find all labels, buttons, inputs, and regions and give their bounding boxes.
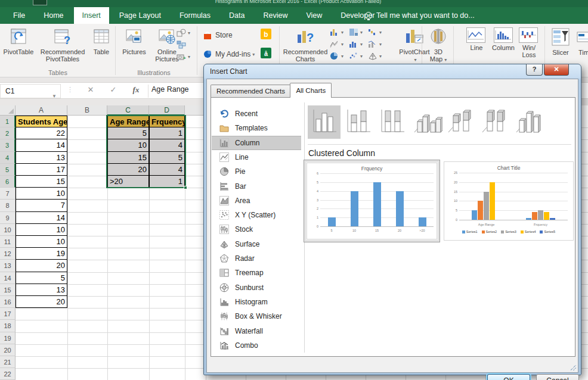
subtype-3d-clustered-column[interactable]: [410, 105, 442, 139]
cell-A2[interactable]: 22: [16, 127, 67, 139]
insert-waterfall-chart-button[interactable]: ▾: [368, 27, 385, 38]
my-addins-button[interactable]: My Add-ins▾: [203, 49, 255, 60]
formula-input[interactable]: Age Range: [151, 85, 189, 94]
dialog-help-button[interactable]: ?: [526, 64, 543, 76]
cell-A12[interactable]: 19: [16, 248, 67, 260]
row-header-15[interactable]: 15: [0, 284, 16, 296]
cell-C5[interactable]: 20: [107, 164, 149, 176]
cell-C1[interactable]: Age Range: [107, 116, 149, 127]
3d-map-button[interactable]: 3DMap▾: [425, 26, 452, 64]
smartart-button[interactable]: [177, 39, 193, 50]
cell-D6[interactable]: 1: [149, 176, 185, 188]
fill-handle[interactable]: [184, 186, 187, 189]
name-box[interactable]: C1▼: [0, 84, 61, 98]
chart-category-waterfall[interactable]: Waterfall: [212, 324, 301, 338]
subtype-3d-column[interactable]: [512, 105, 544, 139]
ribbon-tab-insert[interactable]: Insert: [74, 7, 109, 24]
cell-A14[interactable]: 5: [16, 272, 67, 284]
row-header-20[interactable]: 20: [0, 344, 16, 356]
row-header-4[interactable]: 4: [0, 152, 16, 164]
dialog-close-button[interactable]: ✕: [544, 64, 569, 76]
subtype-100-stacked-column[interactable]: [376, 105, 408, 139]
cell-D4[interactable]: 5: [149, 152, 185, 164]
cell-D3[interactable]: 4: [149, 139, 185, 151]
row-header-18[interactable]: 18: [0, 320, 16, 332]
sparkline-column-button[interactable]: Column: [490, 27, 516, 51]
row-header-13[interactable]: 13: [0, 260, 16, 272]
ribbon-tab-page-layout[interactable]: Page Layout: [111, 7, 169, 24]
cell-A7[interactable]: 10: [16, 188, 67, 200]
chart-category-x-y-scatter-[interactable]: X Y (Scatter): [212, 208, 301, 222]
chart-category-line[interactable]: Line: [212, 150, 301, 164]
cell-A6[interactable]: 15: [16, 176, 67, 188]
chart-category-bar[interactable]: Bar: [212, 179, 301, 194]
cell-A8[interactable]: 7: [16, 200, 67, 211]
chart-category-stock[interactable]: Stock: [212, 222, 301, 236]
cancel-entry-icon[interactable]: ✕: [85, 85, 97, 94]
chart-category-sunburst[interactable]: Sunburst: [212, 281, 301, 295]
cell-A5[interactable]: 17: [16, 164, 67, 176]
dialog-tab-all-charts[interactable]: All Charts: [290, 83, 332, 98]
column-header-A[interactable]: A: [16, 105, 67, 116]
ribbon-tab-home[interactable]: Home: [35, 7, 72, 24]
insert-pie-chart-button[interactable]: ▾: [330, 51, 346, 61]
shapes-button[interactable]: ▾: [177, 27, 193, 38]
insert-statistic-chart-button[interactable]: ▾: [349, 39, 366, 49]
pictures-button[interactable]: Pictures: [119, 26, 150, 55]
dialog-tab-recommended-charts[interactable]: Recommended Charts: [211, 85, 291, 97]
chart-category-box-whisker[interactable]: Box & Whisker: [212, 309, 301, 323]
row-header-7[interactable]: 7: [0, 188, 16, 200]
ok-button[interactable]: OK: [487, 374, 530, 380]
row-header-2[interactable]: 2: [0, 127, 16, 139]
row-header-11[interactable]: 11: [0, 236, 16, 248]
pivottable-button[interactable]: PivotTable: [3, 26, 34, 55]
slicer-button[interactable]: Slicer: [549, 26, 572, 56]
subtype-3d-stacked-column[interactable]: [444, 105, 476, 139]
cell-C2[interactable]: 5: [107, 127, 149, 139]
row-header-8[interactable]: 8: [0, 200, 16, 211]
sparkline-winloss-button[interactable]: Win/ Loss: [519, 27, 539, 58]
subtype-clustered-column[interactable]: [308, 105, 341, 139]
row-header-14[interactable]: 14: [0, 272, 16, 284]
table-button[interactable]: Table: [89, 26, 113, 55]
insert-function-icon[interactable]: fx: [130, 85, 142, 95]
store-button[interactable]: Store: [203, 30, 233, 41]
ribbon-tab-view[interactable]: View: [298, 7, 330, 24]
chart-category-combo[interactable]: Combo: [212, 338, 301, 353]
cell-A11[interactable]: 10: [16, 236, 67, 248]
cell-A15[interactable]: 13: [16, 284, 67, 296]
cell-A4[interactable]: 13: [16, 152, 67, 164]
column-header-B[interactable]: B: [67, 105, 107, 116]
column-header-C[interactable]: C: [107, 105, 149, 116]
cell-A13[interactable]: 20: [16, 260, 67, 272]
ribbon-tab-review[interactable]: Review: [255, 7, 296, 24]
sparkline-line-button[interactable]: Line: [466, 27, 487, 51]
screenshot-button[interactable]: +▾: [177, 51, 193, 62]
row-header-3[interactable]: 3: [0, 139, 16, 151]
people-graph-addin-icon[interactable]: å: [261, 48, 271, 58]
subtype-3d-100-stacked-column[interactable]: [478, 105, 510, 139]
insert-combo-chart-button[interactable]: ▾: [368, 39, 385, 49]
chart-category-area[interactable]: Area: [212, 194, 301, 208]
enter-entry-icon[interactable]: ✓: [107, 85, 119, 94]
ribbon-tab-file[interactable]: File: [5, 7, 33, 24]
cell-D5[interactable]: 4: [149, 164, 185, 176]
row-header-5[interactable]: 5: [0, 164, 16, 176]
cell-A9[interactable]: 14: [16, 212, 67, 224]
cell-C6[interactable]: >20: [107, 176, 149, 188]
cancel-button[interactable]: Cancel: [536, 374, 579, 380]
cell-A3[interactable]: 14: [16, 139, 67, 151]
ribbon-tab-formulas[interactable]: Formulas: [171, 7, 219, 24]
chart-category-surface[interactable]: Surface: [212, 237, 301, 251]
insert-line-chart-button[interactable]: ▾: [330, 39, 346, 49]
insert-surface-chart-button[interactable]: ▾: [368, 51, 385, 61]
row-header-12[interactable]: 12: [0, 248, 16, 260]
chart-category-column[interactable]: Column: [212, 136, 301, 150]
row-header-17[interactable]: 17: [0, 308, 16, 320]
insert-scatter-chart-button[interactable]: ▾: [349, 51, 366, 61]
ribbon-tab-data[interactable]: Data: [221, 7, 253, 24]
chart-category-recent[interactable]: Recent: [212, 107, 301, 121]
cell-D2[interactable]: 1: [149, 127, 185, 139]
chart-preview-selected[interactable]: Frquency01234565101520>20: [304, 160, 440, 242]
cell-A16[interactable]: 20: [16, 296, 67, 308]
